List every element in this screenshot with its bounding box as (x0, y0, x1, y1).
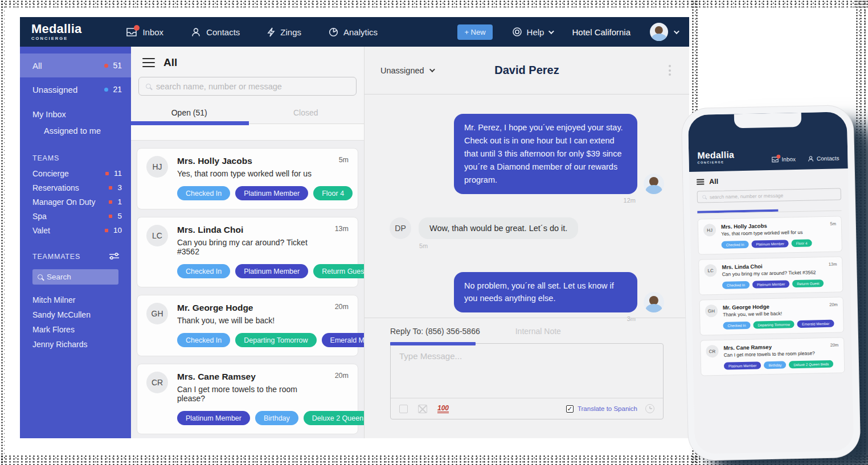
hundred-points-icon[interactable]: 100 (437, 405, 449, 413)
help-menu[interactable]: Help (512, 27, 553, 37)
teammate-sandy-mccullen[interactable]: Sandy McCullen (20, 307, 131, 322)
message-preview: Thank you, we will be back! (177, 316, 326, 325)
sidebar-my-inbox-label: My Inbox (32, 110, 66, 119)
kebab-menu-icon[interactable] (666, 63, 673, 78)
reply-tabs: Reply To: (856) 356-5866 Internal Note (390, 327, 664, 336)
phone-nav-inbox: Inbox (771, 156, 796, 163)
incoming-message: DP Wow, thah would be great. Let´s do it… (390, 217, 664, 239)
phone-medallia-logo: Medallia CONCIERGE (697, 150, 734, 164)
message-input[interactable]: Type Message... (391, 344, 663, 398)
assignee-dropdown[interactable]: Unassigned (380, 66, 433, 75)
avatar-initials: LC (704, 264, 716, 277)
sidebar-team-reservations[interactable]: Reservations 3 (20, 180, 131, 195)
tag-pill: Platinum Member (751, 240, 789, 248)
brand-name: Medallia (31, 23, 81, 35)
red-square-dot-icon (105, 229, 108, 232)
zings-icon (267, 27, 275, 37)
nav-contacts[interactable]: Contacts (191, 27, 240, 37)
sidebar-item-unassigned[interactable]: Unassigned 21 (20, 77, 131, 101)
help-icon (512, 27, 522, 37)
template-icon[interactable] (399, 405, 408, 413)
teammate-mark-flores[interactable]: Mark Flores (20, 322, 131, 337)
contact-name: Mrs. Cane Ramsey (723, 343, 825, 351)
conversation-search-input[interactable]: search name, number or message (138, 77, 357, 96)
new-button[interactable]: + New (457, 24, 492, 40)
contact-name: Mr. George Hodge (723, 302, 825, 311)
message-preview: Can I get more towels to the room please… (177, 385, 326, 403)
conversation-card-cane-ramsey[interactable]: CR Mrs. Cane Ramsey Can I get more towel… (137, 364, 358, 434)
nav-analytics-label: Analytics (343, 27, 378, 37)
assignee-label: Unassigned (380, 66, 424, 75)
timestamp: 5m (339, 156, 349, 164)
help-label: Help (527, 27, 544, 37)
sidebar-team-spa[interactable]: Spa 5 (20, 209, 131, 223)
timestamp: 20m (829, 302, 838, 307)
tag-list: Platinum Member Birthday Deluxe 2 Queen … (724, 360, 839, 370)
message-preview: Thank you, we will be back! (723, 310, 825, 318)
message-time: 5m (419, 242, 664, 249)
nav-zings[interactable]: Zings (267, 27, 301, 37)
contacts-icon (191, 27, 201, 37)
sidebar-team-manager-on-duty[interactable]: Manager On Duty 1 (20, 195, 131, 209)
message-preview: Yes, that room type worked well for us (177, 169, 330, 178)
teammates-search-input[interactable]: Search (32, 269, 118, 285)
message-bubble: Wow, thah would be great. Let´s do it. (419, 217, 578, 239)
clock-icon[interactable] (645, 404, 654, 413)
hamburger-icon[interactable] (142, 62, 155, 64)
teammate-jenny-richards[interactable]: Jenny Richards (20, 337, 131, 352)
tag-list: Checked In Departing Tomorrow Emerald Me… (177, 333, 349, 347)
list-title: All (163, 56, 177, 69)
image-icon[interactable] (418, 405, 427, 413)
teammate-mitch-milner[interactable]: Mitch Milner (20, 293, 131, 307)
tab-internal-note[interactable]: Internal Note (515, 327, 561, 336)
translate-checkbox[interactable]: ✓ (566, 405, 574, 413)
account-menu[interactable] (650, 23, 678, 41)
teammates-header-label: TEAMMATES (32, 253, 80, 261)
tab-reply-to[interactable]: Reply To: (856) 356-5866 (390, 327, 480, 336)
message-composer: Type Message... 100 ✓ Translate to Spani… (390, 343, 664, 419)
timestamp: 13m (335, 225, 349, 233)
team-count: 5 (117, 212, 122, 220)
teammate-name: Mark Flores (32, 325, 75, 334)
avatar-initials: HJ (146, 156, 168, 178)
phone-conversation-cards: HJ Mrs. Holly Jacobs Yes, that room type… (698, 216, 845, 376)
sidebar-item-my-inbox[interactable]: My Inbox (20, 106, 131, 123)
tab-closed[interactable]: Closed (248, 105, 365, 124)
nav-analytics[interactable]: Analytics (329, 27, 378, 37)
nav-inbox-label: Inbox (142, 27, 163, 37)
sidebar-team-valet[interactable]: Valet 10 (20, 223, 131, 237)
app-body: All 51 Unassigned 21 My Inbox Assigned t… (20, 47, 689, 438)
conversation-card-george-hodge[interactable]: GH Mr. George Hodge Thank you, we will b… (137, 295, 358, 356)
filter-sliders-icon[interactable] (109, 252, 120, 262)
sidebar-item-all[interactable]: All 51 (20, 54, 131, 77)
screenshot-canvas: Medallia CONCIERGE Inbox Contacts (0, 0, 868, 465)
contact-name: Mrs. Holly Jacobs (177, 156, 330, 166)
sidebar-assigned-label: Assigned to me (44, 126, 101, 135)
conversation-card-linda-choi[interactable]: LC Mrs. Linda Choi Can you bring my car … (137, 217, 358, 287)
search-icon (38, 274, 43, 279)
contact-name: Mrs. Cane Ramsey (177, 372, 326, 382)
red-dot-icon (104, 64, 108, 68)
tag-pill: Returm Guest (792, 279, 824, 287)
phone-card-cane-ramsey: CR Mrs. Cane Ramsey Can I get more towel… (700, 337, 845, 376)
phone-nav-inbox-label: Inbox (781, 156, 796, 163)
tag-pill: Floor 4 (792, 239, 812, 247)
sidebar-unassigned-count: 21 (113, 85, 122, 94)
contact-name: Mr. George Hodge (177, 303, 326, 313)
chevron-down-icon (674, 28, 679, 34)
nav-inbox[interactable]: Inbox (126, 27, 163, 37)
contact-name: Mrs. Linda Choi (722, 262, 824, 270)
team-count: 11 (114, 169, 122, 178)
conversation-card-holly-jacobs[interactable]: HJ Mrs. Holly Jacobs Yes, that room type… (137, 148, 358, 209)
phone-primary-nav: Inbox Contacts (771, 155, 839, 162)
sidebar-team-concierge[interactable]: Concierge 11 (20, 166, 131, 180)
team-label: Spa (32, 212, 47, 221)
tag-pill: Platinum Member (235, 186, 308, 200)
phone-nav-contacts: Contacts (807, 155, 840, 162)
sidebar-item-assigned-to-me[interactable]: Assigned to me (20, 123, 131, 139)
timestamp: 13m (829, 262, 837, 267)
phone-list-header: All (697, 175, 841, 186)
timestamp: 5m (830, 221, 836, 227)
brand-subtitle: CONCIERGE (31, 36, 81, 41)
phone-card-linda-choi: LC Mrs. Linda Choi Can you bring my car … (698, 256, 843, 295)
